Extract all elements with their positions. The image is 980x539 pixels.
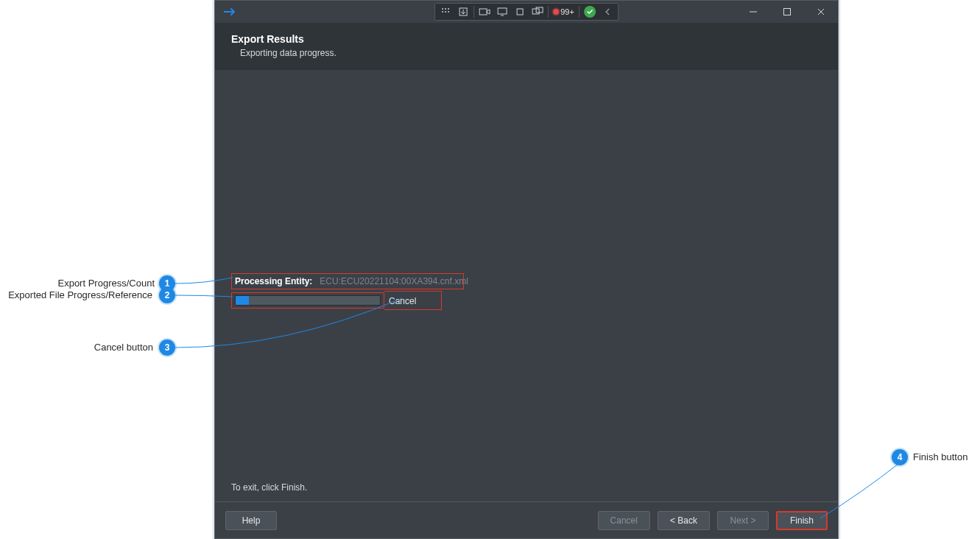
progress-block: Processing Entity: ECU:ECU20221104:00XA3… bbox=[231, 273, 822, 310]
title-toolbar: 99+ bbox=[434, 3, 618, 21]
export-results-dialog: 99+ Export Results bbox=[214, 0, 839, 539]
svg-point-5 bbox=[448, 11, 449, 13]
processing-entity-value: ECU:ECU20221104:00XA394.cnf.xml bbox=[320, 276, 468, 286]
annotation-badge-3: 3 bbox=[159, 339, 175, 356]
svg-point-1 bbox=[445, 8, 446, 10]
svg-point-0 bbox=[442, 8, 443, 10]
svg-rect-12 bbox=[784, 9, 791, 15]
exit-hint: To exit, click Finish. bbox=[231, 482, 307, 493]
processing-entity-row: Processing Entity: ECU:ECU20221104:00XA3… bbox=[231, 273, 464, 289]
title-bar-left bbox=[215, 7, 237, 16]
maximize-button[interactable] bbox=[770, 1, 804, 23]
toolbar-notification-badge[interactable]: 99+ bbox=[550, 7, 577, 16]
back-button[interactable]: < Back bbox=[658, 511, 710, 530]
finish-button[interactable]: Finish bbox=[776, 511, 828, 530]
annotation-label-1: Export Progress/Count bbox=[29, 278, 155, 289]
page-subtitle: Exporting data progress. bbox=[231, 48, 822, 58]
progress-bar-container bbox=[231, 292, 384, 309]
svg-point-4 bbox=[445, 11, 446, 13]
toolbar-collapse-icon[interactable] bbox=[599, 4, 616, 20]
wizard-header: Export Results Exporting data progress. bbox=[215, 23, 838, 70]
progress-row: Cancel bbox=[231, 291, 822, 310]
svg-point-2 bbox=[448, 8, 449, 10]
processing-entity-label: Processing Entity: bbox=[235, 276, 312, 286]
inline-cancel-button[interactable]: Cancel bbox=[389, 296, 416, 306]
annotation-label-3: Cancel button bbox=[74, 342, 153, 353]
check-circle-icon bbox=[584, 6, 596, 18]
annotation-label-4: Finish button bbox=[913, 451, 967, 462]
svg-rect-8 bbox=[498, 8, 507, 14]
annotation-badge-2: 2 bbox=[159, 287, 175, 303]
minimize-button[interactable] bbox=[736, 1, 770, 23]
svg-point-3 bbox=[442, 11, 443, 13]
help-button[interactable]: Help bbox=[225, 511, 277, 530]
record-dot-icon bbox=[553, 9, 559, 15]
export-progress-fill bbox=[236, 296, 249, 305]
wizard-body: Processing Entity: ECU:ECU20221104:00XA3… bbox=[215, 70, 838, 501]
page-title: Export Results bbox=[231, 33, 822, 45]
annotation-label-2: Exported File Progress/Reference bbox=[0, 289, 152, 300]
toolbar-grid-icon[interactable] bbox=[437, 4, 454, 20]
export-progress-bar bbox=[235, 295, 381, 306]
svg-rect-7 bbox=[479, 9, 487, 15]
app-arrow-icon bbox=[224, 7, 237, 16]
wizard-footer: Help Cancel < Back Next > Finish bbox=[215, 501, 838, 538]
toolbar-stop-icon[interactable] bbox=[511, 4, 529, 20]
close-button[interactable] bbox=[804, 1, 838, 23]
svg-rect-9 bbox=[517, 9, 523, 15]
toolbar-monitor-icon[interactable] bbox=[493, 4, 511, 20]
cancel-button[interactable]: Cancel bbox=[598, 511, 650, 530]
toolbar-screens-icon[interactable] bbox=[529, 4, 546, 20]
toolbar-camera-icon[interactable] bbox=[476, 4, 493, 20]
annotation-badge-4: 4 bbox=[892, 449, 908, 465]
next-button[interactable]: Next > bbox=[717, 511, 769, 530]
toolbar-ok-icon[interactable] bbox=[581, 4, 599, 20]
inline-cancel-container: Cancel bbox=[384, 291, 442, 310]
notification-count: 99+ bbox=[560, 7, 574, 16]
toolbar-export-icon[interactable] bbox=[454, 4, 472, 20]
window-controls bbox=[736, 1, 838, 23]
title-bar: 99+ bbox=[215, 1, 838, 23]
